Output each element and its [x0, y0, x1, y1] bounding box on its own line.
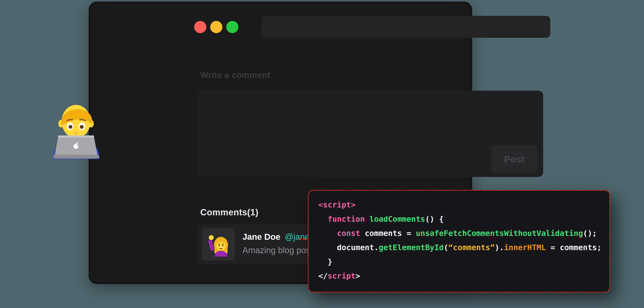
code-token: ();: [583, 229, 597, 238]
code-token: ).: [495, 243, 504, 252]
code-token: script: [328, 271, 356, 280]
composer-label: Write a comment: [200, 70, 270, 80]
minimize-button[interactable]: [210, 21, 222, 33]
code-token: unsafeFetchCommentsWithoutValidating: [416, 229, 583, 238]
comment-avatar: [202, 228, 235, 260]
code-token: = comments;: [546, 243, 602, 252]
code-line: </script>: [318, 269, 609, 283]
comment-author: Jane Doe: [242, 232, 280, 242]
code-token: () {: [425, 215, 444, 223]
code-token: <script>: [318, 200, 356, 209]
code-token: loadComments: [370, 215, 425, 223]
code-line: <script>: [318, 198, 609, 212]
comment-text: Amazing blog post!: [242, 245, 315, 255]
man-technologist-emoji: [49, 99, 103, 159]
code-token: >: [356, 271, 360, 280]
post-button[interactable]: Post: [492, 145, 537, 173]
stage: Write a comment Post Comments(1): [0, 0, 644, 308]
code-token: comments =: [360, 229, 416, 238]
code-line: document.getElementById(“comments”).inne…: [318, 240, 609, 255]
code-token: “comments”: [448, 243, 495, 252]
code-token: const: [318, 229, 360, 238]
address-bar[interactable]: [262, 16, 550, 38]
close-button[interactable]: [194, 21, 206, 33]
code-token: innerHTML: [504, 243, 546, 252]
woman-raising-hand-emoji: [206, 232, 231, 257]
code-token: function: [318, 215, 370, 223]
code-token: }: [318, 257, 332, 266]
code-snippet-panel: <script> function loadComments() { const…: [308, 190, 610, 292]
comments-heading: Comments(1): [200, 207, 258, 217]
code-token: (: [444, 243, 448, 252]
code-token: document.: [318, 243, 378, 252]
code-line: }: [318, 255, 609, 269]
code-token: </: [318, 271, 328, 280]
code-line: function loadComments() {: [318, 212, 609, 226]
maximize-button[interactable]: [226, 21, 238, 33]
code-line: const comments = unsafeFetchCommentsWith…: [318, 226, 609, 240]
code-token: getElementById: [378, 243, 444, 252]
